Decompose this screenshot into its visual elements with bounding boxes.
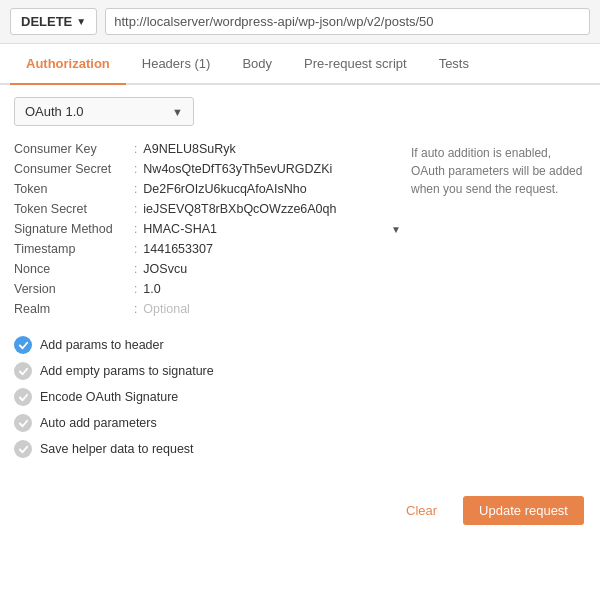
form-info-layout: Consumer Key : A9NELU8SuRyk Consumer Sec… [14,142,586,322]
checkbox-label-auto-add-params: Auto add parameters [40,416,157,430]
field-realm: Realm : Optional [14,302,401,316]
field-timestamp: Timestamp : 1441653307 [14,242,401,256]
label-token-secret: Token Secret [14,202,134,216]
field-consumer-key: Consumer Key : A9NELU8SuRyk [14,142,401,156]
value-signature-method: HMAC-SHA1 [143,222,385,236]
field-token-secret: Token Secret : ieJSEVQ8T8rBXbQcOWzze6A0q… [14,202,401,216]
checkbox-icon-add-empty-params [14,362,32,380]
field-nonce: Nonce : JOSvcu [14,262,401,276]
value-token[interactable]: De2F6rOIzU6kucqAfoAIsNho [143,182,401,196]
label-version: Version [14,282,134,296]
label-consumer-key: Consumer Key [14,142,134,156]
value-nonce[interactable]: JOSvcu [143,262,401,276]
checkbox-label-add-empty-params: Add empty params to signature [40,364,214,378]
checkbox-label-add-params-header: Add params to header [40,338,164,352]
method-label: DELETE [21,14,72,29]
label-realm: Realm [14,302,134,316]
checkbox-encode-oauth[interactable]: Encode OAuth Signature [14,388,586,406]
top-bar: DELETE ▼ [0,0,600,44]
label-nonce: Nonce [14,262,134,276]
tab-tests[interactable]: Tests [423,44,485,85]
bottom-bar: Clear Update request [0,486,600,535]
value-version[interactable]: 1.0 [143,282,401,296]
checkbox-add-empty-params[interactable]: Add empty params to signature [14,362,586,380]
checkbox-icon-encode-oauth [14,388,32,406]
clear-button[interactable]: Clear [390,496,453,525]
tab-pre-request-script[interactable]: Pre-request script [288,44,423,85]
field-consumer-secret: Consumer Secret : Nw4osQteDfT63yTh5evURG… [14,162,401,176]
checkbox-add-params-header[interactable]: Add params to header [14,336,586,354]
value-consumer-secret[interactable]: Nw4osQteDfT63yTh5evURGDZKi [143,162,401,176]
oauth-form: Consumer Key : A9NELU8SuRyk Consumer Sec… [14,142,401,322]
label-timestamp: Timestamp [14,242,134,256]
value-timestamp[interactable]: 1441653307 [143,242,401,256]
oauth-info-text: If auto addition is enabled, OAuth param… [411,142,586,322]
update-request-button[interactable]: Update request [463,496,584,525]
tab-authorization[interactable]: Authorization [10,44,126,85]
checkbox-icon-save-helper-data [14,440,32,458]
label-token: Token [14,182,134,196]
content-area: OAuth 1.0 ▼ Consumer Key : A9NELU8SuRyk … [0,85,600,478]
checkbox-label-save-helper-data: Save helper data to request [40,442,194,456]
signature-method-arrow: ▼ [391,224,401,235]
method-button[interactable]: DELETE ▼ [10,8,97,35]
label-signature-method: Signature Method [14,222,134,236]
url-input[interactable] [105,8,590,35]
checkbox-label-encode-oauth: Encode OAuth Signature [40,390,178,404]
checkbox-icon-auto-add-params [14,414,32,432]
tab-body[interactable]: Body [226,44,288,85]
label-consumer-secret: Consumer Secret [14,162,134,176]
oauth-type-select[interactable]: OAuth 1.0 ▼ [14,97,194,126]
field-signature-method: Signature Method : HMAC-SHA1 ▼ [14,222,401,236]
signature-method-select[interactable]: HMAC-SHA1 ▼ [143,222,401,236]
value-realm[interactable]: Optional [143,302,401,316]
oauth-type-label: OAuth 1.0 [25,104,84,119]
checkbox-section: Add params to header Add empty params to… [14,336,586,458]
value-token-secret[interactable]: ieJSEVQ8T8rBXbQcOWzze6A0qh [143,202,401,216]
checkbox-icon-add-params-header [14,336,32,354]
tabs-bar: Authorization Headers (1) Body Pre-reque… [0,44,600,85]
method-chevron: ▼ [76,16,86,27]
tab-headers[interactable]: Headers (1) [126,44,227,85]
value-consumer-key[interactable]: A9NELU8SuRyk [143,142,401,156]
field-version: Version : 1.0 [14,282,401,296]
oauth-chevron-icon: ▼ [172,106,183,118]
checkbox-auto-add-params[interactable]: Auto add parameters [14,414,586,432]
field-token: Token : De2F6rOIzU6kucqAfoAIsNho [14,182,401,196]
checkbox-save-helper-data[interactable]: Save helper data to request [14,440,586,458]
